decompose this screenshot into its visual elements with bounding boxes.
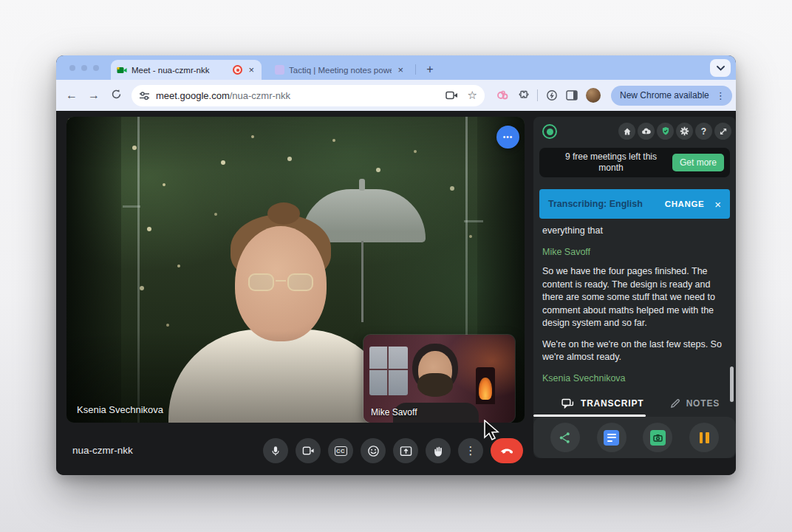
transcript-speaker: Mike Savoff	[542, 246, 724, 259]
home-button[interactable]	[618, 123, 635, 140]
url-bar[interactable]: meet.google.com/nua-czmr-nkk ☆	[132, 85, 485, 106]
chrome-update-chip[interactable]: New Chrome available ⋮	[611, 86, 732, 106]
tab-strip: Meet - nua-czmr-nkk × Tactiq | Meeting n…	[56, 55, 736, 80]
recording-indicator-icon	[233, 65, 242, 75]
meet-controls: CC ⋮	[263, 438, 523, 463]
tactiq-logo-icon	[542, 124, 557, 139]
end-call-button[interactable]	[491, 438, 523, 463]
tab-search-chevron-button[interactable]	[710, 59, 731, 77]
profile-avatar[interactable]	[586, 88, 601, 103]
side-panel-icon[interactable]	[566, 90, 578, 100]
meet-page: Ksenia Svechnikova ••• Mike Savoff	[56, 111, 736, 475]
tab-meet-close-icon[interactable]: ×	[247, 65, 256, 75]
tab-notes-label: NOTES	[686, 398, 720, 409]
captions-button[interactable]: CC	[328, 438, 353, 463]
mic-button[interactable]	[263, 438, 288, 463]
help-button[interactable]: ?	[695, 123, 712, 140]
reload-button[interactable]	[105, 89, 127, 103]
meet-favicon-icon	[117, 65, 127, 75]
extensions-puzzle-icon[interactable]	[517, 89, 529, 101]
free-meetings-text: 9 free meetings left this month	[556, 151, 666, 174]
pip-video-tile[interactable]: Mike Savoff	[363, 335, 515, 423]
battery-saver-icon[interactable]	[546, 89, 558, 101]
tab-transcript-label: TRANSCRIPT	[581, 398, 644, 409]
camera-button[interactable]	[296, 438, 321, 463]
new-tab-button[interactable]: +	[423, 62, 437, 77]
tactiq-sidebar: ? 9 free meetings left this month Get mo…	[533, 117, 736, 458]
get-more-button[interactable]: Get more	[672, 154, 724, 171]
shield-check-icon	[661, 126, 670, 136]
sidebar-tab-bar: TRANSCRIPT NOTES	[533, 393, 736, 414]
tactiq-chat-bubble-button[interactable]: •••	[496, 126, 519, 149]
expand-button[interactable]	[714, 123, 731, 140]
tab-tactiq-title: Tactiq | Meeting notes powe	[289, 66, 392, 75]
privacy-button[interactable]	[657, 123, 674, 140]
reload-icon	[111, 89, 122, 100]
pip-window-mullion	[387, 347, 389, 395]
sidebar-action-bar	[533, 417, 736, 458]
transcribing-close-icon[interactable]: ×	[714, 198, 721, 211]
pink-extension-icon[interactable]	[496, 90, 509, 101]
desktop-background: Meet - nua-czmr-nkk × Tactiq | Meeting n…	[0, 0, 792, 532]
pause-transcription-button[interactable]	[689, 423, 719, 452]
back-button[interactable]: ←	[61, 89, 83, 102]
present-icon	[400, 446, 412, 457]
chrome-menu-kebab-icon[interactable]: ⋮	[714, 90, 728, 101]
hand-icon	[433, 445, 444, 457]
tactiq-favicon-icon	[275, 65, 284, 75]
share-button[interactable]	[550, 423, 580, 452]
present-button[interactable]	[393, 438, 418, 463]
transcript-text: We're on the we're on the last few steps…	[542, 338, 724, 364]
pip-participant-beard	[417, 373, 453, 397]
pencil-icon	[670, 398, 680, 409]
main-video-tile[interactable]: Ksenia Svechnikova ••• Mike Savoff	[66, 117, 525, 423]
raise-hand-button[interactable]	[426, 438, 451, 463]
settings-button[interactable]	[676, 123, 693, 140]
screenshot-button[interactable]	[643, 423, 672, 452]
forward-button[interactable]: →	[83, 89, 105, 102]
upload-button[interactable]	[638, 123, 655, 140]
change-language-button[interactable]: CHANGE	[665, 200, 704, 208]
pip-window	[369, 347, 408, 395]
main-participant-name: Ksenia Svechnikova	[77, 404, 163, 415]
pip-fire-glow	[479, 378, 492, 400]
browser-window: Meet - nua-czmr-nkk × Tactiq | Meeting n…	[56, 55, 736, 475]
chat-dots-icon: •••	[503, 133, 513, 141]
share-icon	[559, 432, 571, 444]
transcribing-banner: Transcribing: English CHANGE ×	[539, 189, 730, 219]
google-docs-icon	[604, 430, 619, 446]
reactions-button[interactable]	[361, 438, 386, 463]
url-domain: meet.google.com	[156, 90, 230, 101]
window-zoom-button[interactable]	[93, 65, 99, 71]
cloud-icon	[641, 127, 651, 135]
tab-meet-title: Meet - nua-czmr-nkk	[132, 66, 228, 75]
pip-participant-name: Mike Savoff	[371, 407, 417, 417]
camera-permission-icon[interactable]	[446, 90, 459, 100]
window-minimize-button[interactable]	[81, 65, 87, 71]
tab-tactiq[interactable]: Tactiq | Meeting notes powe ×	[269, 60, 411, 80]
pip-window-mullion	[369, 369, 408, 370]
window-close-button[interactable]	[69, 65, 75, 71]
tab-transcript[interactable]: TRANSCRIPT	[561, 398, 644, 409]
tab-tactiq-close-icon[interactable]: ×	[396, 65, 405, 75]
bookmark-star-icon[interactable]: ☆	[468, 89, 477, 102]
chrome-update-label: New Chrome available	[620, 90, 709, 100]
expand-icon	[719, 127, 728, 136]
home-icon	[623, 127, 632, 136]
browser-toolbar: ← → meet.google.com/nua-czmr-nkk ☆ Ne	[56, 80, 736, 111]
more-vert-icon: ⋮	[465, 444, 477, 457]
site-settings-icon	[139, 90, 150, 101]
more-options-button[interactable]: ⋮	[458, 438, 483, 463]
tab-notes[interactable]: NOTES	[670, 398, 720, 409]
captions-icon: CC	[335, 446, 347, 456]
camera-capture-icon	[650, 430, 666, 446]
sidebar-header-icons: ?	[618, 123, 731, 140]
videocam-icon	[302, 446, 315, 456]
pause-icon	[700, 432, 709, 443]
transcript-text: So we have the four pages finished. The …	[542, 265, 724, 330]
help-icon: ?	[701, 126, 706, 137]
transcript-panel[interactable]: everything that Mike Savoff So we have t…	[542, 225, 724, 392]
google-docs-button[interactable]	[597, 423, 627, 452]
extension-icons	[496, 88, 601, 103]
tab-meet[interactable]: Meet - nua-czmr-nkk ×	[111, 60, 262, 80]
